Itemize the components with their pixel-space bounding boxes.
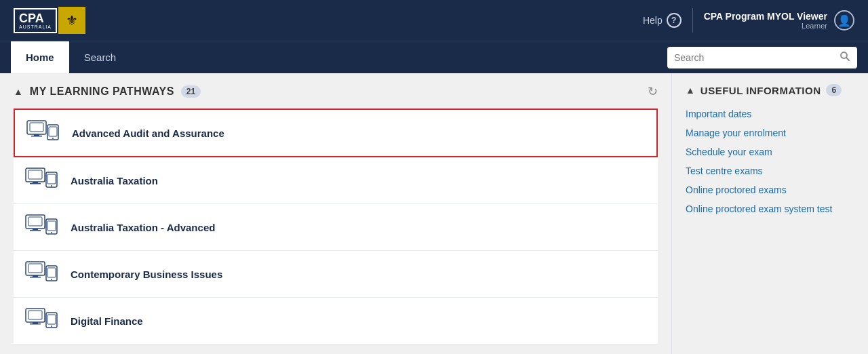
- svg-rect-10: [28, 170, 42, 179]
- svg-rect-11: [33, 182, 38, 183]
- user-text: CPA Program MYOL Viewer Learner: [704, 11, 827, 30]
- svg-rect-7: [49, 127, 57, 136]
- user-info: CPA Program MYOL Viewer Learner 👤: [704, 10, 854, 31]
- navbar: Home Search: [0, 41, 868, 73]
- svg-point-8: [52, 138, 54, 139]
- item-device-icon: [24, 167, 60, 194]
- header: CPAAUSTRALIA ⚜ Help ? CPA Program MYOL V…: [0, 0, 868, 41]
- header-right: Help ? CPA Program MYOL Viewer Learner 👤: [643, 8, 854, 33]
- item-label: Contemporary Business Issues: [71, 269, 222, 280]
- svg-rect-17: [28, 217, 42, 226]
- svg-point-36: [51, 326, 52, 327]
- username: CPA Program MYOL Viewer: [704, 11, 827, 22]
- svg-line-1: [846, 58, 849, 60]
- main-content: ▲ MY LEARNING PATHWAYS 21 ↻: [0, 73, 868, 354]
- svg-rect-26: [30, 277, 41, 278]
- svg-rect-19: [30, 230, 41, 231]
- item-label: Advanced Audit and Assurance: [72, 127, 224, 139]
- useful-info-count: 6: [826, 84, 842, 96]
- refresh-icon[interactable]: ↻: [648, 84, 658, 99]
- tab-home[interactable]: Home: [11, 41, 69, 74]
- info-link-manage-enrolment[interactable]: Manage your enrolment: [686, 125, 854, 141]
- list-item[interactable]: Australia Taxation: [14, 157, 658, 204]
- logo-cpa-text: CPAAUSTRALIA: [14, 8, 57, 33]
- item-device-icon: [24, 214, 60, 241]
- svg-point-29: [51, 279, 52, 280]
- list-item[interactable]: Digital Finance: [14, 298, 658, 345]
- svg-rect-25: [33, 275, 38, 277]
- collapse-icon[interactable]: ▲: [686, 85, 695, 96]
- learning-list: Advanced Audit and Assurance Australia: [14, 109, 658, 345]
- search-input[interactable]: [674, 52, 834, 63]
- user-avatar[interactable]: 👤: [834, 10, 854, 31]
- tab-search[interactable]: Search: [69, 41, 132, 74]
- nav-tabs: Home Search: [11, 41, 131, 74]
- svg-rect-12: [30, 183, 41, 184]
- section-title: MY LEARNING PATHWAYS: [30, 85, 174, 98]
- info-link-online-proctored[interactable]: Online proctored exams: [686, 182, 854, 198]
- svg-rect-21: [47, 221, 56, 231]
- item-device-icon: [24, 260, 60, 288]
- left-panel: ▲ MY LEARNING PATHWAYS 21 ↻: [0, 73, 671, 354]
- logo: CPAAUSTRALIA ⚜: [14, 5, 88, 35]
- info-link-system-test[interactable]: Online proctored exam system test: [686, 201, 854, 217]
- svg-rect-14: [47, 174, 56, 184]
- svg-rect-3: [30, 123, 43, 132]
- collapse-icon[interactable]: ▲: [14, 86, 23, 97]
- logo-emblem: ⚜: [58, 7, 85, 34]
- right-panel: ▲ USEFUL INFORMATION 6 Important dates M…: [671, 73, 868, 354]
- help-button[interactable]: Help ?: [643, 13, 682, 28]
- section-count: 21: [181, 85, 201, 98]
- svg-rect-32: [33, 322, 38, 323]
- svg-rect-28: [47, 268, 56, 277]
- item-label: Australia Taxation: [71, 175, 158, 186]
- header-divider: [692, 8, 693, 33]
- svg-rect-31: [28, 311, 42, 319]
- svg-rect-24: [28, 264, 42, 273]
- svg-point-22: [51, 232, 52, 233]
- search-icon: [840, 51, 850, 64]
- svg-rect-4: [34, 134, 39, 136]
- item-label: Digital Finance: [71, 315, 143, 327]
- info-link-test-centre-exams[interactable]: Test centre exams: [686, 163, 854, 179]
- svg-rect-5: [31, 136, 42, 137]
- list-item[interactable]: Contemporary Business Issues: [14, 251, 658, 298]
- help-icon: ?: [667, 13, 682, 28]
- item-label: Australia Taxation - Advanced: [71, 222, 215, 233]
- search-box[interactable]: [667, 47, 857, 68]
- info-link-schedule-exam[interactable]: Schedule your exam: [686, 144, 854, 160]
- item-device-icon: [26, 119, 61, 146]
- svg-rect-33: [30, 323, 41, 325]
- svg-rect-18: [33, 229, 38, 230]
- info-link-important-dates[interactable]: Important dates: [686, 106, 854, 122]
- list-item[interactable]: Advanced Audit and Assurance: [14, 109, 658, 157]
- avatar-icon: 👤: [837, 14, 851, 27]
- user-role: Learner: [704, 22, 827, 30]
- info-links: Important dates Manage your enrolment Sc…: [686, 106, 854, 217]
- svg-point-15: [51, 185, 52, 186]
- header-left: CPAAUSTRALIA ⚜: [14, 5, 88, 35]
- useful-info-header: ▲ USEFUL INFORMATION 6: [686, 84, 854, 96]
- svg-rect-35: [47, 315, 56, 324]
- useful-info-title: USEFUL INFORMATION: [701, 85, 821, 96]
- list-item[interactable]: Australia Taxation - Advanced: [14, 204, 658, 251]
- help-label: Help: [643, 15, 663, 26]
- item-device-icon: [24, 307, 60, 334]
- learning-pathways-header: ▲ MY LEARNING PATHWAYS 21 ↻: [14, 84, 658, 99]
